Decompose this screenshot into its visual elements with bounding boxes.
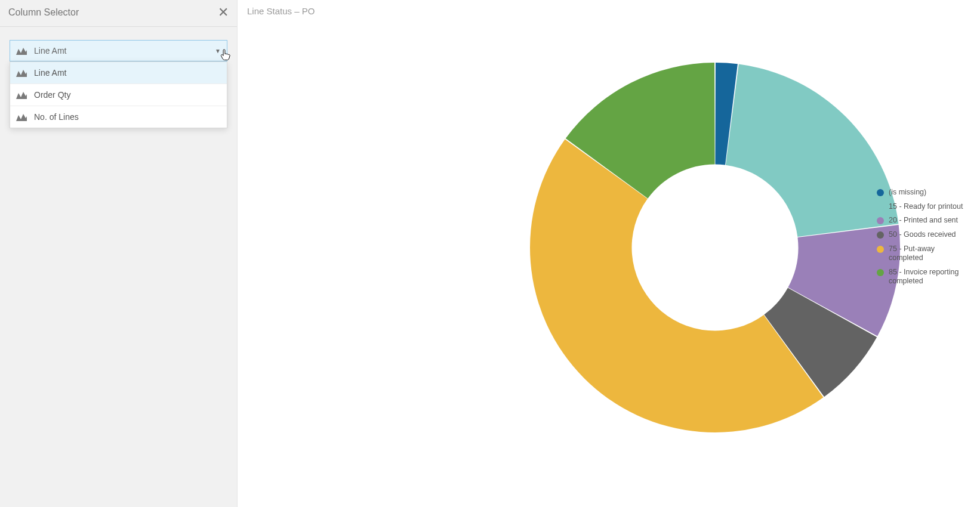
legend-item[interactable]: 75 - Put-away completed: [877, 245, 969, 263]
column-option-line-amt[interactable]: Line Amt: [10, 62, 227, 84]
column-option-no-of-lines[interactable]: No. of Lines: [10, 106, 227, 128]
legend-item[interactable]: 50 - Goods received: [877, 230, 969, 240]
column-selector-body: Line Amt ▼ Line Amt: [0, 27, 237, 61]
measure-icon: [16, 47, 27, 55]
legend-label: 20 - Printed and sent: [889, 216, 958, 225]
measure-icon: [16, 113, 27, 121]
legend-swatch: [877, 269, 884, 276]
legend-swatch: [877, 203, 884, 211]
svg-marker-0: [16, 48, 27, 55]
column-select-dropdown: Line Amt Order Qty No. of Lines: [10, 61, 227, 128]
legend-label: 85 - Invoice reporting completed: [889, 268, 969, 286]
chart-area: Line Status – PO (is missing)15 - Ready …: [238, 0, 980, 507]
column-option-order-qty[interactable]: Order Qty: [10, 84, 227, 106]
app-root: Column Selector ✕ Line Amt ▼: [0, 0, 980, 507]
legend-label: 50 - Goods received: [889, 230, 956, 240]
legend-item[interactable]: 85 - Invoice reporting completed: [877, 268, 969, 286]
measure-icon: [16, 91, 27, 99]
column-selector-title: Column Selector: [8, 7, 79, 18]
legend-swatch: [877, 217, 884, 224]
svg-marker-2: [16, 92, 27, 99]
legend-label: 75 - Put-away completed: [889, 245, 969, 263]
column-option-label: No. of Lines: [34, 112, 79, 122]
donut-slice[interactable]: [726, 64, 899, 237]
chart-legend: (is missing)15 - Ready for printout20 - …: [877, 188, 969, 291]
donut-chart: [524, 57, 906, 438]
column-select[interactable]: Line Amt ▼: [10, 40, 227, 61]
measure-icon: [16, 69, 27, 77]
legend-label: (is missing): [889, 188, 926, 197]
chart-stage: (is missing)15 - Ready for printout20 - …: [238, 0, 980, 507]
legend-item[interactable]: 20 - Printed and sent: [877, 216, 969, 225]
legend-item[interactable]: (is missing): [877, 188, 969, 197]
column-selector-panel: Column Selector ✕ Line Amt ▼: [0, 0, 238, 507]
column-selector-header: Column Selector ✕: [0, 0, 237, 27]
svg-marker-3: [16, 114, 27, 121]
legend-swatch: [877, 246, 884, 253]
legend-item[interactable]: 15 - Ready for printout: [877, 202, 969, 212]
close-icon[interactable]: ✕: [218, 6, 229, 19]
legend-swatch: [877, 231, 884, 239]
column-select-value: Line Amt: [34, 46, 66, 55]
legend-label: 15 - Ready for printout: [889, 202, 963, 212]
column-option-label: Line Amt: [34, 68, 66, 78]
legend-swatch: [877, 189, 884, 196]
svg-marker-1: [16, 70, 27, 77]
column-option-label: Order Qty: [34, 90, 70, 100]
chevron-down-icon: ▼: [215, 48, 221, 54]
